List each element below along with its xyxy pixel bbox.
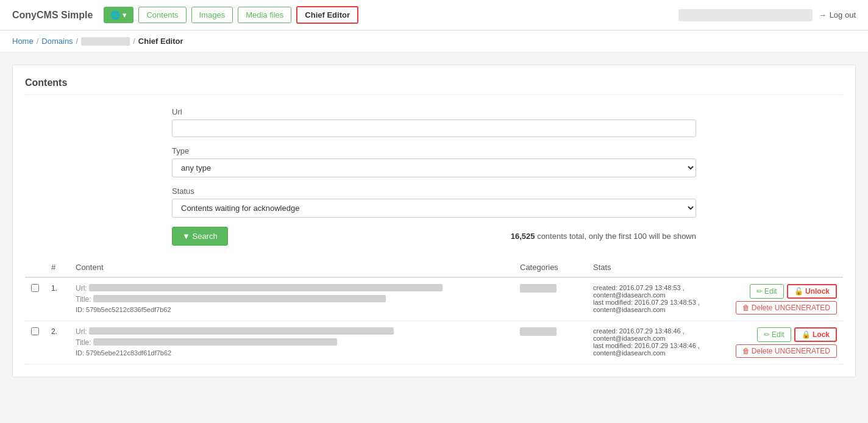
row2-top-actions: ✏ Edit 🔒 Lock: [757, 327, 837, 342]
table-row: 2. Url: Title: ID: 579b5ebe212c83df61df7…: [25, 321, 843, 364]
row2-checkbox[interactable]: [31, 327, 39, 335]
row1-unlock-button[interactable]: 🔓 Unlock: [787, 284, 837, 299]
breadcrumb-domain-name: [81, 37, 130, 46]
row1-id: ID: 579b5ec5212c836f5edf7b62: [76, 306, 508, 313]
logout-icon: →: [819, 10, 827, 20]
row1-title-line: Title:: [76, 295, 508, 304]
status-label: Status: [172, 187, 696, 196]
row2-lock-button[interactable]: 🔒 Lock: [794, 327, 837, 342]
row2-content: Url: Title: ID: 579b5ebe212c83df61df7b62: [69, 321, 514, 364]
row1-num: 1.: [45, 277, 69, 321]
section-title: Contents: [25, 77, 843, 95]
row2-delete-button[interactable]: 🗑 Delete UNGENERATED: [736, 344, 837, 358]
app-title: ConyCMS Simple: [12, 10, 93, 21]
logout-label: Log out: [830, 10, 856, 20]
nav-dropdown-arrow: ▾: [123, 10, 127, 20]
table-row: 1. Url: Title: ID: 579b5ec5212c836f5edf7…: [25, 277, 843, 321]
row1-content: Url: Title: ID: 579b5ec5212c836f5edf7b62: [69, 277, 514, 321]
row1-stats: created: 2016.07.29 13:48:53 , content@i…: [587, 277, 721, 321]
row2-bottom-actions: 🗑 Delete UNGENERATED: [736, 344, 837, 358]
breadcrumb-home[interactable]: Home: [12, 37, 34, 46]
nav-btn-media-files[interactable]: Media files: [238, 7, 291, 23]
row2-edit-button[interactable]: ✏ Edit: [757, 327, 791, 342]
url-field-group: Url: [172, 107, 696, 137]
row2-title-line: Title:: [76, 338, 508, 347]
row1-checkbox-cell: [25, 277, 45, 321]
table-header: # Content Categories Stats: [25, 258, 843, 277]
breadcrumb-domains[interactable]: Domains: [41, 37, 73, 46]
row2-url-line: Url:: [76, 327, 508, 336]
row1-url-line: Url:: [76, 284, 508, 293]
search-result-info: 16,525 contents total, only the first 10…: [511, 232, 696, 241]
col-categories-header: Categories: [514, 258, 587, 277]
row1-title-label: Title:: [76, 295, 91, 304]
row1-url-label: Url:: [76, 284, 87, 293]
row2-url-label: Url:: [76, 327, 87, 336]
row2-actions: ✏ Edit 🔒 Lock 🗑 Delete UNGENERATED: [721, 321, 843, 364]
main-content: Contents Url Type any type article page …: [0, 52, 868, 389]
col-content-header: Content: [69, 258, 514, 277]
row2-url-value: [89, 327, 394, 335]
logout-button[interactable]: → Log out: [819, 10, 856, 20]
breadcrumb: Home / Domains / / Chief Editor: [0, 30, 868, 52]
row2-num: 2.: [45, 321, 69, 364]
breadcrumb-sep-2: /: [76, 37, 79, 46]
row1-top-actions: ✏ Edit 🔓 Unlock: [750, 284, 837, 299]
row1-category-value: [520, 284, 557, 293]
type-select[interactable]: any type article page news: [172, 158, 696, 177]
row1-bottom-actions: 🗑 Delete UNGENERATED: [736, 301, 837, 315]
search-row: ▼ Search 16,525 contents total, only the…: [172, 227, 696, 246]
row1-categories: [514, 277, 587, 321]
nav-btn-contents[interactable]: Contents: [138, 7, 186, 23]
url-input[interactable]: [172, 119, 696, 137]
header-right: → Log out: [678, 9, 856, 21]
breadcrumb-current: Chief Editor: [138, 37, 183, 46]
breadcrumb-sep-1: /: [37, 37, 39, 46]
user-info: [678, 9, 813, 21]
nav-dropdown-btn[interactable]: 🌐 ▾: [104, 7, 133, 23]
row1-action-group: ✏ Edit 🔓 Unlock 🗑 Delete UNGENERATED: [727, 284, 837, 315]
row2-id: ID: 579b5ebe212c83df61df7b62: [76, 349, 508, 357]
row1-edit-button[interactable]: ✏ Edit: [750, 284, 784, 299]
row2-category-value: [520, 327, 557, 336]
table-body: 1. Url: Title: ID: 579b5ec5212c836f5edf7…: [25, 277, 843, 364]
type-field-group: Type any type article page news: [172, 146, 696, 177]
col-actions-header: [721, 258, 843, 277]
row2-checkbox-cell: [25, 321, 45, 364]
contents-section: Contents Url Type any type article page …: [12, 65, 856, 377]
globe-icon: 🌐: [110, 10, 120, 20]
breadcrumb-sep-3: /: [133, 37, 135, 46]
row1-actions: ✏ Edit 🔓 Unlock 🗑 Delete UNGENERATED: [721, 277, 843, 321]
row2-stats: created: 2016.07.29 13:48:46 , content@i…: [587, 321, 721, 364]
filter-form: Url Type any type article page news Stat…: [160, 107, 708, 246]
header: ConyCMS Simple 🌐 ▾ Contents Images Media…: [0, 0, 868, 30]
row1-checkbox[interactable]: [31, 284, 39, 292]
col-num: #: [45, 258, 69, 277]
content-table: # Content Categories Stats 1.: [25, 258, 843, 364]
status-select[interactable]: Contents waiting for acknowledge All Pub…: [172, 199, 696, 218]
nav-btn-images[interactable]: Images: [191, 7, 233, 23]
result-count: 16,525: [511, 232, 535, 241]
header-left: ConyCMS Simple 🌐 ▾ Contents Images Media…: [12, 6, 358, 24]
row2-action-group: ✏ Edit 🔒 Lock 🗑 Delete UNGENERATED: [727, 327, 837, 358]
row1-title-value: [93, 295, 386, 302]
nav-btn-chief-editor[interactable]: Chief Editor: [296, 6, 358, 24]
row2-categories: [514, 321, 587, 364]
search-button[interactable]: ▼ Search: [172, 227, 228, 246]
row1-url-value: [89, 284, 443, 291]
col-stats-header: Stats: [587, 258, 721, 277]
row2-title-value: [93, 338, 337, 346]
url-label: Url: [172, 107, 696, 116]
status-field-group: Status Contents waiting for acknowledge …: [172, 187, 696, 218]
row2-title-label: Title:: [76, 338, 91, 347]
type-label: Type: [172, 146, 696, 155]
col-check: [25, 258, 45, 277]
row1-delete-button[interactable]: 🗑 Delete UNGENERATED: [736, 301, 837, 315]
table-header-row: # Content Categories Stats: [25, 258, 843, 277]
